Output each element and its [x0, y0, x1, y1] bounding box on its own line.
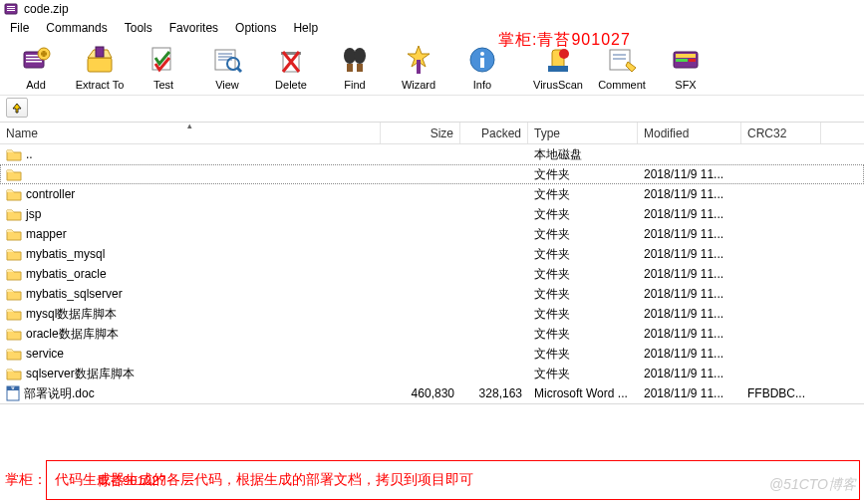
table-row[interactable]: jsp文件夹2018/11/9 11... [0, 204, 864, 224]
svg-rect-1 [7, 6, 15, 7]
file-name: mysql数据库脚本 [26, 306, 117, 323]
svg-rect-11 [88, 58, 112, 72]
tool-wizard[interactable]: Wizard [389, 42, 448, 93]
folder-icon [6, 347, 22, 361]
svg-rect-29 [417, 60, 421, 74]
folder-icon [6, 147, 22, 161]
col-modified[interactable]: Modified [638, 123, 741, 143]
svg-rect-12 [96, 47, 104, 57]
cell-type: 文件夹 [528, 366, 638, 382]
file-name: 部署说明.doc [24, 385, 95, 402]
tool-delete-label: Delete [275, 79, 307, 91]
cell-size: 460,830 [381, 386, 460, 400]
table-row[interactable]: mysql数据库脚本文件夹2018/11/9 11... [0, 304, 864, 324]
cell-type: 文件夹 [528, 346, 638, 363]
svg-rect-10 [41, 53, 47, 56]
tool-extract-label: Extract To [76, 79, 125, 91]
toolbar: Add Extract To Test View Delete Find Wiz… [0, 38, 864, 96]
cell-type: 文件夹 [528, 166, 638, 183]
tool-info-label: Info [473, 79, 491, 91]
tool-wizard-label: Wizard [402, 79, 435, 91]
cell-name: mybatis_sqlserver [0, 287, 381, 301]
menu-tools[interactable]: Tools [117, 19, 160, 37]
table-row[interactable]: mapper文件夹2018/11/9 11... [0, 224, 864, 244]
cell-name: .. [0, 147, 381, 161]
cell-type: 文件夹 [528, 306, 638, 323]
menu-file[interactable]: File [2, 19, 37, 37]
svg-point-31 [480, 52, 484, 56]
annotation-top: 掌柜:青苔901027 [498, 30, 631, 51]
svg-rect-26 [347, 64, 353, 72]
cell-modified: 2018/11/9 11... [638, 187, 741, 201]
cell-name [0, 167, 381, 181]
cell-type: 文件夹 [528, 326, 638, 343]
folder-icon [6, 187, 22, 201]
cell-name: mapper [0, 227, 381, 241]
folder-icon [6, 307, 22, 321]
table-row[interactable]: oracle数据库脚本文件夹2018/11/9 11... [0, 324, 864, 344]
window-titlebar: code.zip [0, 0, 864, 18]
tool-add-label: Add [26, 79, 46, 91]
info-icon [466, 44, 498, 76]
tool-virus-label: VirusScan [533, 79, 583, 91]
menu-commands[interactable]: Commands [38, 19, 115, 37]
test-icon [147, 44, 179, 76]
table-row[interactable]: service文件夹2018/11/9 11... [0, 344, 864, 364]
tool-view[interactable]: View [197, 42, 257, 93]
tool-find[interactable]: Find [325, 42, 385, 93]
menu-help[interactable]: Help [285, 19, 326, 37]
col-size[interactable]: Size [381, 123, 460, 143]
folder-icon [6, 287, 22, 301]
folder-icon [6, 267, 22, 281]
table-row[interactable]: controller文件夹2018/11/9 11... [0, 184, 864, 204]
cell-packed: 328,163 [460, 386, 528, 400]
col-packed[interactable]: Packed [460, 123, 528, 143]
table-row[interactable]: W部署说明.doc460,830328,163Microsoft Word ..… [0, 383, 864, 403]
tool-add[interactable]: Add [6, 42, 66, 93]
footer-annotation: 掌柜： 青苔901027 代码生成器生成的各层代码，根据生成的部署文档，拷贝到项… [4, 460, 860, 500]
table-row[interactable]: mybatis_oracle文件夹2018/11/9 11... [0, 264, 864, 284]
find-icon [339, 44, 371, 76]
menu-favorites[interactable]: Favorites [161, 19, 226, 37]
svg-rect-42 [689, 59, 696, 62]
svg-rect-3 [7, 10, 15, 11]
cell-type: 文件夹 [528, 186, 638, 203]
extract-icon [84, 44, 116, 76]
col-name[interactable]: ▴Name [0, 123, 381, 143]
svg-rect-7 [26, 61, 42, 63]
col-crc[interactable]: CRC32 [741, 123, 821, 143]
file-name: .. [26, 147, 33, 161]
cell-modified: 2018/11/9 11... [638, 207, 741, 221]
archive-icon [4, 2, 18, 16]
tool-delete[interactable]: Delete [261, 42, 321, 93]
wizard-icon [403, 44, 434, 76]
menubar: File Commands Tools Favorites Options He… [0, 18, 864, 38]
tool-sfx[interactable]: SFX [656, 42, 716, 93]
col-type[interactable]: Type [528, 123, 638, 143]
cell-crc: FFBDBC... [741, 386, 821, 400]
cell-type: 本地磁盘 [528, 146, 638, 163]
cell-type: Microsoft Word ... [528, 386, 638, 400]
table-row[interactable]: mybatis_mysql文件夹2018/11/9 11... [0, 244, 864, 264]
cell-type: 文件夹 [528, 226, 638, 243]
up-button[interactable] [6, 98, 28, 118]
cell-name: W部署说明.doc [0, 385, 381, 402]
cell-modified: 2018/11/9 11... [638, 307, 741, 321]
folder-icon [6, 367, 22, 380]
annotation-label: 掌柜： [5, 471, 47, 489]
tool-find-label: Find [344, 79, 365, 91]
svg-rect-27 [357, 64, 363, 72]
table-row[interactable]: mybatis_sqlserver文件夹2018/11/9 11... [0, 284, 864, 304]
tool-test[interactable]: Test [134, 42, 193, 93]
table-row[interactable]: sqlserver数据库脚本文件夹2018/11/9 11... [0, 364, 864, 383]
parent-folder-row[interactable]: ..本地磁盘 [0, 144, 864, 164]
folder-icon [6, 247, 22, 261]
menu-options[interactable]: Options [227, 19, 284, 37]
svg-rect-32 [480, 58, 484, 68]
tool-extract[interactable]: Extract To [70, 42, 130, 93]
cell-modified: 2018/11/9 11... [638, 167, 741, 181]
cell-modified: 2018/11/9 11... [638, 227, 741, 241]
table-row[interactable]: 文件夹2018/11/9 11... [0, 164, 864, 184]
file-name: mybatis_sqlserver [26, 287, 123, 301]
tool-sfx-label: SFX [675, 79, 696, 91]
